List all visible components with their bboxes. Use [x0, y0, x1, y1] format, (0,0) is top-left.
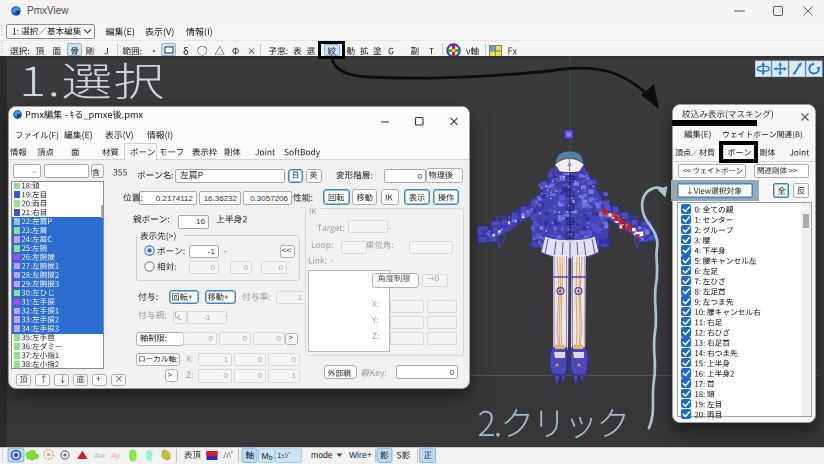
svg-text:Aw: Aw: [93, 451, 106, 460]
svg-text:mode: mode: [311, 450, 333, 460]
svg-text:Ay: Ay: [110, 451, 121, 460]
svg-text:Wire+: Wire+: [349, 450, 372, 460]
